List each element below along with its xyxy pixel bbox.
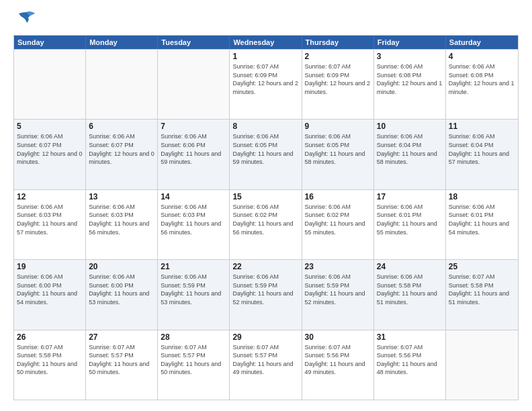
day-info: Sunrise: 6:07 AMSunset: 6:09 PMDaylight:… xyxy=(305,62,371,96)
cal-cell-3-2: 13Sunrise: 6:06 AMSunset: 6:03 PMDayligh… xyxy=(86,190,158,259)
logo-bird-icon xyxy=(17,11,36,28)
day-info: Sunrise: 6:06 AMSunset: 6:05 PMDaylight:… xyxy=(305,132,371,166)
day-number: 23 xyxy=(305,262,371,271)
cal-cell-5-4: 29Sunrise: 6:07 AMSunset: 5:57 PMDayligh… xyxy=(230,330,302,400)
cal-cell-2-7: 11Sunrise: 6:06 AMSunset: 6:04 PMDayligh… xyxy=(446,120,518,189)
cal-cell-3-1: 12Sunrise: 6:06 AMSunset: 6:03 PMDayligh… xyxy=(14,190,86,259)
cal-week-2: 5Sunrise: 6:06 AMSunset: 6:07 PMDaylight… xyxy=(14,119,518,189)
day-info: Sunrise: 6:06 AMSunset: 6:04 PMDaylight:… xyxy=(377,132,443,166)
cal-header-sunday: Sunday xyxy=(14,36,86,49)
day-info: Sunrise: 6:06 AMSunset: 5:59 PMDaylight:… xyxy=(161,273,226,306)
day-number: 17 xyxy=(377,192,443,201)
day-info: Sunrise: 6:07 AMSunset: 5:57 PMDaylight:… xyxy=(161,343,226,377)
day-info: Sunrise: 6:07 AMSunset: 6:09 PMDaylight:… xyxy=(232,62,298,96)
day-number: 19 xyxy=(17,262,83,271)
cal-cell-5-5: 30Sunrise: 6:07 AMSunset: 5:56 PMDayligh… xyxy=(302,330,374,400)
day-info: Sunrise: 6:06 AMSunset: 6:00 PMDaylight:… xyxy=(89,273,154,306)
day-info: Sunrise: 6:06 AMSunset: 6:07 PMDaylight:… xyxy=(17,132,83,166)
day-number: 2 xyxy=(305,52,371,61)
day-info: Sunrise: 6:06 AMSunset: 6:04 PMDaylight:… xyxy=(449,132,515,166)
cal-cell-5-3: 28Sunrise: 6:07 AMSunset: 5:57 PMDayligh… xyxy=(158,330,230,400)
day-info: Sunrise: 6:06 AMSunset: 6:02 PMDaylight:… xyxy=(232,203,298,236)
day-number: 30 xyxy=(305,332,371,342)
day-info: Sunrise: 6:06 AMSunset: 6:06 PMDaylight:… xyxy=(161,132,226,166)
day-number: 8 xyxy=(232,122,298,131)
day-number: 14 xyxy=(161,192,226,201)
cal-cell-4-2: 20Sunrise: 6:06 AMSunset: 6:00 PMDayligh… xyxy=(86,260,158,329)
cal-cell-1-7: 4Sunrise: 6:06 AMSunset: 6:08 PMDaylight… xyxy=(446,50,518,119)
cal-cell-1-4: 1Sunrise: 6:07 AMSunset: 6:09 PMDaylight… xyxy=(230,50,302,119)
day-number: 12 xyxy=(17,192,83,201)
cal-cell-1-5: 2Sunrise: 6:07 AMSunset: 6:09 PMDaylight… xyxy=(302,50,374,119)
cal-cell-2-3: 7Sunrise: 6:06 AMSunset: 6:06 PMDaylight… xyxy=(158,120,230,189)
day-info: Sunrise: 6:06 AMSunset: 6:01 PMDaylight:… xyxy=(449,203,515,236)
cal-cell-1-3 xyxy=(158,50,230,119)
cal-cell-1-1 xyxy=(14,50,86,119)
day-info: Sunrise: 6:07 AMSunset: 5:57 PMDaylight:… xyxy=(232,343,298,377)
day-number: 29 xyxy=(232,332,298,342)
header xyxy=(13,11,519,28)
cal-header-monday: Monday xyxy=(86,36,158,49)
day-number: 16 xyxy=(305,192,371,201)
cal-header-wednesday: Wednesday xyxy=(230,36,302,49)
day-info: Sunrise: 6:07 AMSunset: 5:56 PMDaylight:… xyxy=(305,343,371,377)
cal-cell-3-5: 16Sunrise: 6:06 AMSunset: 6:02 PMDayligh… xyxy=(302,190,374,259)
cal-cell-2-6: 10Sunrise: 6:06 AMSunset: 6:04 PMDayligh… xyxy=(374,120,446,189)
cal-cell-3-4: 15Sunrise: 6:06 AMSunset: 6:02 PMDayligh… xyxy=(230,190,302,259)
day-number: 6 xyxy=(89,122,154,131)
day-info: Sunrise: 6:06 AMSunset: 6:07 PMDaylight:… xyxy=(89,132,154,166)
cal-week-5: 26Sunrise: 6:07 AMSunset: 5:58 PMDayligh… xyxy=(14,330,518,400)
cal-header-saturday: Saturday xyxy=(446,36,518,49)
cal-cell-4-5: 23Sunrise: 6:06 AMSunset: 5:59 PMDayligh… xyxy=(302,260,374,329)
cal-cell-5-7 xyxy=(446,330,518,400)
cal-cell-1-2 xyxy=(86,50,158,119)
cal-header-thursday: Thursday xyxy=(302,36,374,49)
day-info: Sunrise: 6:06 AMSunset: 5:58 PMDaylight:… xyxy=(377,273,443,306)
cal-cell-4-3: 21Sunrise: 6:06 AMSunset: 5:59 PMDayligh… xyxy=(158,260,230,329)
cal-cell-2-1: 5Sunrise: 6:06 AMSunset: 6:07 PMDaylight… xyxy=(14,120,86,189)
day-number: 31 xyxy=(377,332,443,342)
calendar-header: SundayMondayTuesdayWednesdayThursdayFrid… xyxy=(14,36,518,49)
day-info: Sunrise: 6:07 AMSunset: 5:58 PMDaylight:… xyxy=(449,273,515,306)
day-number: 24 xyxy=(377,262,443,271)
day-info: Sunrise: 6:06 AMSunset: 6:08 PMDaylight:… xyxy=(377,62,443,96)
day-number: 28 xyxy=(161,332,226,342)
day-number: 3 xyxy=(377,52,443,61)
cal-cell-2-5: 9Sunrise: 6:06 AMSunset: 6:05 PMDaylight… xyxy=(302,120,374,189)
day-info: Sunrise: 6:06 AMSunset: 6:08 PMDaylight:… xyxy=(449,62,515,96)
cal-header-friday: Friday xyxy=(374,36,446,49)
day-number: 26 xyxy=(17,332,83,342)
logo xyxy=(13,11,36,28)
day-number: 18 xyxy=(449,192,515,201)
cal-cell-5-6: 31Sunrise: 6:07 AMSunset: 5:56 PMDayligh… xyxy=(374,330,446,400)
day-number: 4 xyxy=(449,52,515,61)
day-info: Sunrise: 6:06 AMSunset: 5:59 PMDaylight:… xyxy=(232,273,298,306)
day-number: 27 xyxy=(89,332,154,342)
day-number: 13 xyxy=(89,192,154,201)
page: SundayMondayTuesdayWednesdayThursdayFrid… xyxy=(0,0,532,411)
cal-week-1: 1Sunrise: 6:07 AMSunset: 6:09 PMDaylight… xyxy=(14,49,518,119)
day-info: Sunrise: 6:06 AMSunset: 6:02 PMDaylight:… xyxy=(305,203,371,236)
cal-cell-2-2: 6Sunrise: 6:06 AMSunset: 6:07 PMDaylight… xyxy=(86,120,158,189)
day-info: Sunrise: 6:06 AMSunset: 6:03 PMDaylight:… xyxy=(89,203,154,236)
cal-cell-4-1: 19Sunrise: 6:06 AMSunset: 6:00 PMDayligh… xyxy=(14,260,86,329)
cal-header-tuesday: Tuesday xyxy=(158,36,230,49)
day-info: Sunrise: 6:06 AMSunset: 6:05 PMDaylight:… xyxy=(232,132,298,166)
day-info: Sunrise: 6:06 AMSunset: 5:59 PMDaylight:… xyxy=(305,273,371,306)
cal-cell-1-6: 3Sunrise: 6:06 AMSunset: 6:08 PMDaylight… xyxy=(374,50,446,119)
day-info: Sunrise: 6:07 AMSunset: 5:57 PMDaylight:… xyxy=(89,343,154,377)
cal-cell-3-3: 14Sunrise: 6:06 AMSunset: 6:03 PMDayligh… xyxy=(158,190,230,259)
day-number: 9 xyxy=(305,122,371,131)
cal-cell-5-2: 27Sunrise: 6:07 AMSunset: 5:57 PMDayligh… xyxy=(86,330,158,400)
cal-week-3: 12Sunrise: 6:06 AMSunset: 6:03 PMDayligh… xyxy=(14,189,518,259)
cal-cell-2-4: 8Sunrise: 6:06 AMSunset: 6:05 PMDaylight… xyxy=(230,120,302,189)
day-number: 20 xyxy=(89,262,154,271)
cal-cell-3-7: 18Sunrise: 6:06 AMSunset: 6:01 PMDayligh… xyxy=(446,190,518,259)
day-number: 10 xyxy=(377,122,443,131)
cal-cell-3-6: 17Sunrise: 6:06 AMSunset: 6:01 PMDayligh… xyxy=(374,190,446,259)
day-info: Sunrise: 6:07 AMSunset: 5:58 PMDaylight:… xyxy=(17,343,83,377)
cal-cell-4-6: 24Sunrise: 6:06 AMSunset: 5:58 PMDayligh… xyxy=(374,260,446,329)
day-number: 5 xyxy=(17,122,83,131)
day-number: 21 xyxy=(161,262,226,271)
day-info: Sunrise: 6:06 AMSunset: 6:01 PMDaylight:… xyxy=(377,203,443,236)
